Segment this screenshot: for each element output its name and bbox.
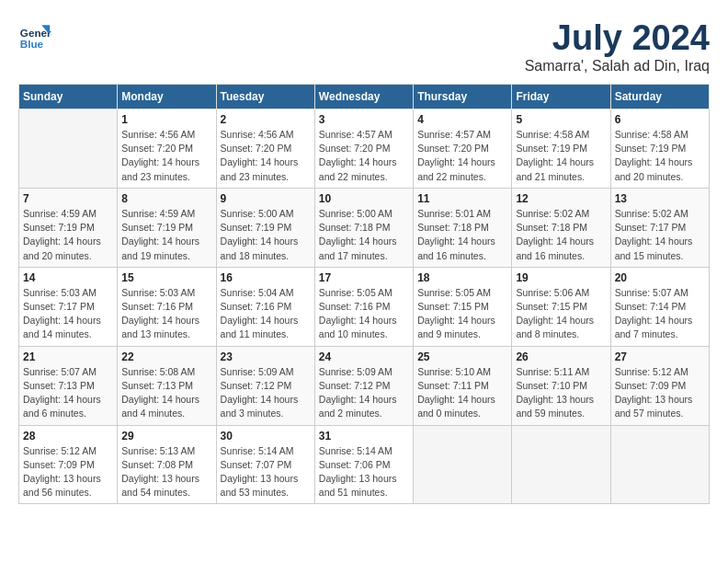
day-header-monday: Monday xyxy=(118,85,216,109)
day-number: 3 xyxy=(319,113,409,126)
day-number: 18 xyxy=(417,271,507,284)
day-number: 5 xyxy=(516,113,606,126)
day-number: 29 xyxy=(121,430,211,442)
day-info: Sunrise: 4:59 AM Sunset: 7:19 PM Dayligh… xyxy=(23,207,113,263)
calendar-cell: 11Sunrise: 5:01 AM Sunset: 7:18 PM Dayli… xyxy=(414,188,512,267)
day-info: Sunrise: 5:12 AM Sunset: 7:09 PM Dayligh… xyxy=(615,365,705,421)
day-header-thursday: Thursday xyxy=(414,85,512,109)
day-number: 20 xyxy=(615,271,705,284)
day-header-saturday: Saturday xyxy=(610,85,709,109)
day-number: 21 xyxy=(23,350,113,363)
day-number: 19 xyxy=(516,271,606,284)
calendar-cell: 3Sunrise: 4:57 AM Sunset: 7:20 PM Daylig… xyxy=(314,109,413,189)
day-number: 8 xyxy=(121,192,211,205)
day-number: 17 xyxy=(319,271,409,284)
day-number: 30 xyxy=(221,430,311,442)
page-header: General Blue July 2024 Samarra', Salah a… xyxy=(18,18,710,75)
calendar-cell: 1Sunrise: 4:56 AM Sunset: 7:20 PM Daylig… xyxy=(118,109,216,189)
day-number: 27 xyxy=(615,350,705,363)
title-area: July 2024 Samarra', Salah ad Din, Iraq xyxy=(525,18,710,75)
calendar-week-row: 28Sunrise: 5:12 AM Sunset: 7:09 PM Dayli… xyxy=(19,425,710,504)
day-info: Sunrise: 5:05 AM Sunset: 7:15 PM Dayligh… xyxy=(417,286,507,342)
day-number: 7 xyxy=(23,192,113,205)
calendar-table: SundayMondayTuesdayWednesdayThursdayFrid… xyxy=(18,84,710,504)
calendar-cell: 31Sunrise: 5:14 AM Sunset: 7:06 PM Dayli… xyxy=(314,425,413,504)
calendar-cell: 12Sunrise: 5:02 AM Sunset: 7:18 PM Dayli… xyxy=(512,188,610,267)
calendar-cell: 28Sunrise: 5:12 AM Sunset: 7:09 PM Dayli… xyxy=(19,425,118,504)
day-number: 31 xyxy=(319,430,409,442)
calendar-cell: 2Sunrise: 4:56 AM Sunset: 7:20 PM Daylig… xyxy=(216,109,314,189)
day-info: Sunrise: 4:57 AM Sunset: 7:20 PM Dayligh… xyxy=(319,128,409,184)
calendar-cell: 15Sunrise: 5:03 AM Sunset: 7:16 PM Dayli… xyxy=(118,267,216,346)
day-number: 16 xyxy=(221,271,311,284)
calendar-cell: 24Sunrise: 5:09 AM Sunset: 7:12 PM Dayli… xyxy=(314,346,413,425)
calendar-cell xyxy=(512,425,610,504)
day-info: Sunrise: 5:07 AM Sunset: 7:14 PM Dayligh… xyxy=(615,286,705,342)
day-number: 26 xyxy=(516,350,606,363)
day-info: Sunrise: 5:02 AM Sunset: 7:17 PM Dayligh… xyxy=(615,207,705,263)
day-info: Sunrise: 5:14 AM Sunset: 7:07 PM Dayligh… xyxy=(221,444,311,500)
day-info: Sunrise: 4:56 AM Sunset: 7:20 PM Dayligh… xyxy=(221,128,311,184)
day-info: Sunrise: 5:11 AM Sunset: 7:10 PM Dayligh… xyxy=(516,365,606,421)
day-number: 9 xyxy=(221,192,311,205)
calendar-cell: 14Sunrise: 5:03 AM Sunset: 7:17 PM Dayli… xyxy=(19,267,118,346)
calendar-cell: 30Sunrise: 5:14 AM Sunset: 7:07 PM Dayli… xyxy=(216,425,314,504)
calendar-cell xyxy=(19,109,118,189)
day-info: Sunrise: 5:01 AM Sunset: 7:18 PM Dayligh… xyxy=(417,207,507,263)
svg-text:Blue: Blue xyxy=(20,38,44,50)
calendar-cell: 26Sunrise: 5:11 AM Sunset: 7:10 PM Dayli… xyxy=(512,346,610,425)
calendar-cell: 17Sunrise: 5:05 AM Sunset: 7:16 PM Dayli… xyxy=(314,267,413,346)
main-title: July 2024 xyxy=(525,18,710,58)
day-number: 24 xyxy=(319,350,409,363)
calendar-cell: 6Sunrise: 4:58 AM Sunset: 7:19 PM Daylig… xyxy=(610,109,709,189)
calendar-week-row: 21Sunrise: 5:07 AM Sunset: 7:13 PM Dayli… xyxy=(19,346,710,425)
calendar-cell: 19Sunrise: 5:06 AM Sunset: 7:15 PM Dayli… xyxy=(512,267,610,346)
calendar-cell: 13Sunrise: 5:02 AM Sunset: 7:17 PM Dayli… xyxy=(610,188,709,267)
day-number: 10 xyxy=(319,192,409,205)
day-info: Sunrise: 4:58 AM Sunset: 7:19 PM Dayligh… xyxy=(615,128,705,184)
day-info: Sunrise: 4:56 AM Sunset: 7:20 PM Dayligh… xyxy=(121,128,211,184)
day-info: Sunrise: 4:58 AM Sunset: 7:19 PM Dayligh… xyxy=(516,128,606,184)
day-number: 12 xyxy=(516,192,606,205)
day-info: Sunrise: 5:05 AM Sunset: 7:16 PM Dayligh… xyxy=(319,286,409,342)
day-number: 23 xyxy=(221,350,311,363)
calendar-cell: 4Sunrise: 4:57 AM Sunset: 7:20 PM Daylig… xyxy=(414,109,512,189)
calendar-cell: 25Sunrise: 5:10 AM Sunset: 7:11 PM Dayli… xyxy=(414,346,512,425)
day-number: 28 xyxy=(23,430,113,442)
day-number: 1 xyxy=(121,113,211,126)
day-number: 11 xyxy=(417,192,507,205)
day-info: Sunrise: 5:10 AM Sunset: 7:11 PM Dayligh… xyxy=(417,365,507,421)
calendar-cell: 8Sunrise: 4:59 AM Sunset: 7:19 PM Daylig… xyxy=(118,188,216,267)
day-number: 25 xyxy=(417,350,507,363)
day-number: 4 xyxy=(417,113,507,126)
subtitle: Samarra', Salah ad Din, Iraq xyxy=(525,58,710,75)
calendar-cell: 23Sunrise: 5:09 AM Sunset: 7:12 PM Dayli… xyxy=(216,346,314,425)
day-number: 15 xyxy=(121,271,211,284)
calendar-cell: 22Sunrise: 5:08 AM Sunset: 7:13 PM Dayli… xyxy=(118,346,216,425)
day-number: 6 xyxy=(615,113,705,126)
calendar-cell: 21Sunrise: 5:07 AM Sunset: 7:13 PM Dayli… xyxy=(19,346,118,425)
calendar-cell: 5Sunrise: 4:58 AM Sunset: 7:19 PM Daylig… xyxy=(512,109,610,189)
calendar-cell: 7Sunrise: 4:59 AM Sunset: 7:19 PM Daylig… xyxy=(19,188,118,267)
day-number: 2 xyxy=(221,113,311,126)
logo: General Blue xyxy=(18,18,51,52)
day-info: Sunrise: 5:06 AM Sunset: 7:15 PM Dayligh… xyxy=(516,286,606,342)
calendar-header-row: SundayMondayTuesdayWednesdayThursdayFrid… xyxy=(19,85,710,109)
calendar-cell xyxy=(414,425,512,504)
calendar-cell: 18Sunrise: 5:05 AM Sunset: 7:15 PM Dayli… xyxy=(414,267,512,346)
day-number: 22 xyxy=(121,350,211,363)
day-info: Sunrise: 5:07 AM Sunset: 7:13 PM Dayligh… xyxy=(23,365,113,421)
calendar-week-row: 1Sunrise: 4:56 AM Sunset: 7:20 PM Daylig… xyxy=(19,109,710,189)
day-info: Sunrise: 5:00 AM Sunset: 7:18 PM Dayligh… xyxy=(319,207,409,263)
day-info: Sunrise: 5:00 AM Sunset: 7:19 PM Dayligh… xyxy=(221,207,311,263)
calendar-week-row: 14Sunrise: 5:03 AM Sunset: 7:17 PM Dayli… xyxy=(19,267,710,346)
day-header-friday: Friday xyxy=(512,85,610,109)
calendar-cell: 9Sunrise: 5:00 AM Sunset: 7:19 PM Daylig… xyxy=(216,188,314,267)
day-info: Sunrise: 5:09 AM Sunset: 7:12 PM Dayligh… xyxy=(319,365,409,421)
day-info: Sunrise: 5:12 AM Sunset: 7:09 PM Dayligh… xyxy=(23,444,113,500)
day-info: Sunrise: 5:14 AM Sunset: 7:06 PM Dayligh… xyxy=(319,444,409,500)
day-info: Sunrise: 4:59 AM Sunset: 7:19 PM Dayligh… xyxy=(121,207,211,263)
day-number: 14 xyxy=(23,271,113,284)
day-info: Sunrise: 5:03 AM Sunset: 7:16 PM Dayligh… xyxy=(121,286,211,342)
day-info: Sunrise: 5:09 AM Sunset: 7:12 PM Dayligh… xyxy=(221,365,311,421)
